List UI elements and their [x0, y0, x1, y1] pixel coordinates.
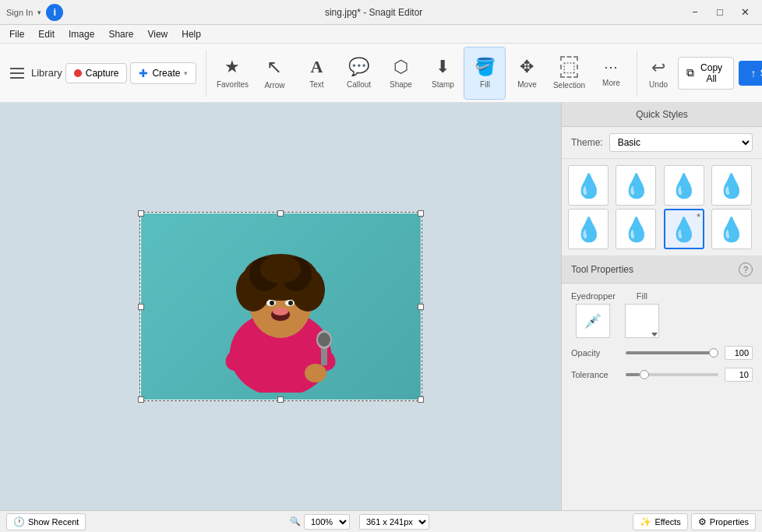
opacity-slider[interactable]: [626, 351, 718, 354]
fill-swatch[interactable]: [625, 304, 659, 338]
menu-image[interactable]: Image: [62, 27, 101, 41]
menu-help[interactable]: Help: [175, 27, 207, 41]
tool-text[interactable]: A Text: [295, 47, 337, 100]
style-dark[interactable]: 💧: [616, 209, 656, 249]
purple-drop-icon: 💧: [622, 172, 651, 199]
svg-point-17: [305, 364, 326, 382]
menu-file[interactable]: File: [3, 27, 30, 41]
teal-drop-icon: 💧: [669, 172, 698, 199]
fill-prop: Fill: [625, 291, 659, 338]
undo-button[interactable]: ↩ Undo: [644, 50, 672, 97]
opacity-label: Opacity: [571, 348, 619, 358]
canvas-area[interactable]: [0, 103, 561, 510]
capture-button[interactable]: Capture: [65, 63, 128, 83]
opacity-thumb[interactable]: [709, 348, 718, 358]
style-purple[interactable]: 💧: [616, 165, 656, 206]
svg-point-14: [288, 301, 293, 305]
text-label: Text: [309, 80, 323, 89]
close-button[interactable]: ✕: [734, 4, 756, 21]
svg-point-8: [260, 255, 301, 284]
status-left: 🕐 Show Recent: [6, 513, 86, 530]
tool-shape[interactable]: ⬡ Shape: [379, 47, 422, 100]
minimize-button[interactable]: −: [684, 4, 706, 21]
style-gray[interactable]: 💧: [568, 209, 609, 249]
hamburger-button[interactable]: [6, 62, 28, 84]
menu-edit[interactable]: Edit: [32, 27, 61, 41]
eyedropper-swatch[interactable]: 💉: [576, 304, 610, 338]
style-orange[interactable]: 💧: [711, 165, 752, 206]
show-recent-button[interactable]: 🕐 Show Recent: [6, 513, 86, 530]
copy-all-icon: ⧉: [686, 66, 694, 79]
help-button[interactable]: ?: [739, 262, 753, 277]
arrow-icon: ↖: [266, 56, 282, 78]
dimensions-select[interactable]: 361 x 241px: [359, 514, 429, 530]
tool-stamp[interactable]: ⬇ Stamp: [422, 47, 464, 100]
capture-dot-icon: [74, 69, 82, 77]
style-teal[interactable]: 💧: [664, 165, 704, 206]
tolerance-slider[interactable]: [626, 373, 718, 376]
menu-share[interactable]: Share: [102, 27, 139, 41]
create-plus-icon: ✚: [139, 67, 148, 79]
undo-icon: ↩: [651, 58, 665, 78]
tolerance-input[interactable]: 10: [725, 368, 753, 382]
window-controls: − □ ✕: [684, 4, 756, 21]
share-button[interactable]: ↑ Share: [739, 61, 763, 86]
eyedropper-label: Eyedropper: [571, 291, 616, 301]
tool-fill[interactable]: 🪣 Fill: [464, 47, 506, 100]
effects-icon: ✨: [640, 516, 651, 527]
sign-in-label[interactable]: Sign In: [6, 8, 33, 17]
maximize-button[interactable]: □: [709, 4, 731, 21]
fill-icon: 🪣: [474, 57, 496, 77]
sign-in-arrow: ▾: [37, 9, 41, 16]
zoom-control: 🔍 100% 50% 75% 125% 150%: [290, 514, 350, 530]
tolerance-thumb[interactable]: [640, 370, 649, 379]
library-label[interactable]: Library: [31, 67, 62, 79]
opacity-fill: [626, 351, 718, 354]
stamp-label: Stamp: [432, 80, 454, 89]
properties-button[interactable]: ⚙ Properties: [691, 513, 756, 530]
effects-label: Effects: [654, 517, 680, 527]
tool-favorites[interactable]: ★ Favorites: [211, 47, 253, 100]
style-grid: 💧 💧 💧 💧 💧 💧 ★ 💧 💧: [562, 159, 762, 256]
dimensions-display: 361 x 241px: [359, 514, 429, 530]
props-content: Eyedropper 💉 Fill Opacity: [562, 284, 762, 389]
toolbar: Library Capture ✚ Create ▾ ★ Favorites ↖…: [0, 44, 762, 103]
tool-selection[interactable]: ⬚ Selection: [548, 47, 590, 100]
create-label: Create: [152, 68, 180, 79]
clock-icon: 🕐: [13, 516, 25, 527]
stamp-icon: ⬇: [436, 57, 450, 77]
tool-move[interactable]: ✥ Move: [506, 47, 548, 100]
favorites-label: Favorites: [217, 80, 249, 89]
menu-view[interactable]: View: [141, 27, 174, 41]
info-icon[interactable]: i: [46, 4, 63, 21]
red-drop-icon: 💧: [574, 172, 603, 199]
hamburger-line: [10, 77, 24, 79]
theme-row: Theme: Basic Modern Classic: [562, 127, 762, 159]
effects-button[interactable]: ✨ Effects: [633, 513, 687, 530]
hamburger-line: [10, 68, 24, 69]
eyedropper-prop: Eyedropper 💉: [571, 291, 616, 338]
create-button[interactable]: ✚ Create ▾: [130, 62, 196, 84]
capture-label: Capture: [86, 68, 119, 79]
opacity-input[interactable]: 100: [725, 346, 753, 360]
theme-select[interactable]: Basic Modern Classic: [609, 133, 753, 152]
tool-arrow[interactable]: ↖ Arrow: [253, 47, 295, 100]
undo-label: Undo: [649, 80, 668, 89]
black-drop-icon: 💧: [717, 216, 746, 243]
properties-icon: ⚙: [698, 516, 707, 527]
shape-label: Shape: [390, 80, 412, 89]
style-blue[interactable]: ★ 💧: [664, 209, 704, 249]
style-red[interactable]: 💧: [568, 165, 609, 206]
zoom-select[interactable]: 100% 50% 75% 125% 150%: [304, 514, 350, 530]
svg-point-10: [273, 308, 288, 315]
tool-callout[interactable]: 💬 Callout: [337, 47, 379, 100]
callout-label: Callout: [347, 80, 371, 89]
style-black[interactable]: 💧: [711, 209, 752, 249]
svg-point-20: [318, 333, 330, 347]
eyedropper-fill-row: Eyedropper 💉 Fill: [571, 291, 753, 338]
copy-all-button[interactable]: ⧉ Copy All: [678, 57, 734, 90]
canvas-image: [140, 213, 422, 400]
more-icon: ⋯: [604, 58, 618, 76]
tool-more[interactable]: ⋯ More: [590, 47, 632, 100]
toolbar-left: Library Capture ✚ Create ▾: [6, 50, 206, 97]
